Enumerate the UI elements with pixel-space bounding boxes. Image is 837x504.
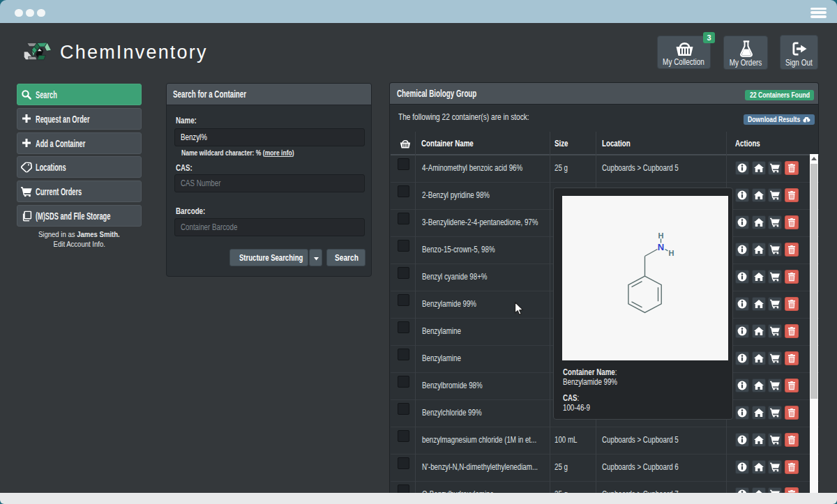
- svg-text:H: H: [669, 249, 674, 257]
- svg-text:H: H: [658, 231, 664, 240]
- svg-text:N: N: [658, 242, 664, 252]
